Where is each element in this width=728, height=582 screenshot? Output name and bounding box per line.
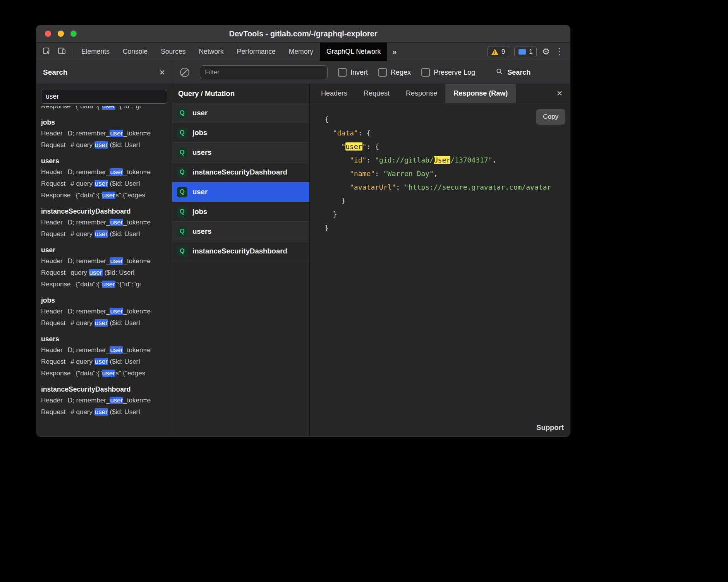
close-response-icon[interactable]: ✕ — [549, 84, 570, 103]
query-list-item[interactable]: QinstanceSecurityDashboard — [172, 241, 309, 261]
support-link[interactable]: Support — [536, 423, 564, 432]
zoom-window-button[interactable] — [70, 31, 77, 37]
search-result-line-label: Request — [41, 358, 65, 365]
search-result-line[interactable]: Response{"data":{"users":{"edges — [41, 190, 172, 201]
query-list-item[interactable]: Qusers — [172, 143, 309, 163]
query-list-item[interactable]: Qjobs — [172, 202, 309, 222]
search-result-line[interactable]: Response{"data":{"user":{"id":"gi — [41, 106, 172, 112]
search-result-text: _token=e — [123, 168, 150, 176]
checkbox-box-icon — [378, 68, 387, 77]
json-line: } — [325, 207, 570, 221]
search-box-wrap — [36, 84, 172, 106]
query-list-item[interactable]: Quser — [172, 103, 309, 123]
search-result-section: jobsHeaderD; remember_user_token=eReques… — [41, 115, 172, 151]
search-result-group-title: users — [41, 154, 172, 166]
devtools-tab-memory[interactable]: Memory — [282, 43, 320, 61]
devtools-tab-performance[interactable]: Performance — [230, 43, 282, 61]
device-toolbar-icon[interactable] — [57, 46, 66, 57]
query-list-item[interactable]: Quser — [172, 182, 309, 202]
devtools-tab-network[interactable]: Network — [192, 43, 230, 61]
kebab-menu-icon[interactable]: ⋮ — [555, 47, 564, 56]
warnings-badge[interactable]: 9 — [487, 46, 509, 57]
devtools-tab-elements[interactable]: Elements — [75, 43, 116, 61]
search-result-line-label: Request — [41, 230, 65, 238]
devtools-tab-console[interactable]: Console — [116, 43, 154, 61]
close-window-button[interactable] — [45, 31, 51, 37]
search-result-line[interactable]: Request# query user ($id: UserI — [41, 356, 172, 368]
search-result-line[interactable]: Request# query user ($id: UserI — [41, 178, 172, 190]
search-icon — [496, 68, 503, 77]
devtools-tab-sources[interactable]: Sources — [154, 43, 192, 61]
query-list-item[interactable]: QinstanceSecurityDashboard — [172, 163, 309, 182]
search-result-line-label: Request — [41, 408, 65, 416]
search-result-line[interactable]: HeaderD; remember_user_token=e — [41, 395, 172, 406]
more-tabs-button[interactable]: » — [387, 43, 402, 61]
search-result-group-title: user — [41, 243, 172, 255]
search-result-line[interactable]: Requestquery user ($id: UserI — [41, 267, 172, 279]
regex-label: Regex — [391, 68, 411, 77]
filter-input[interactable] — [200, 65, 328, 79]
search-result-line[interactable]: HeaderD; remember_user_token=e — [41, 306, 172, 317]
response-tab-headers[interactable]: Headers — [313, 84, 355, 103]
search-result-line-label: Header — [41, 130, 63, 137]
invert-checkbox[interactable]: Invert — [338, 68, 368, 77]
clear-requests-icon[interactable] — [180, 68, 189, 77]
search-result-text: ($id: UserI — [108, 230, 140, 238]
search-result-line[interactable]: Response{"data":{"user":{"id":"gi — [41, 279, 172, 290]
response-tab-response[interactable]: Response — [398, 84, 445, 103]
json-token: "data" — [333, 129, 358, 137]
search-result-text: D; remember_ — [68, 346, 110, 354]
search-result-line[interactable]: HeaderD; remember_user_token=e — [41, 255, 172, 267]
search-result-line[interactable]: HeaderD; remember_user_token=e — [41, 166, 172, 178]
regex-checkbox[interactable]: Regex — [378, 68, 411, 77]
search-result-line[interactable]: HeaderD; remember_user_token=e — [41, 128, 172, 139]
screen: DevTools - gitlab.com/-/graphql-explorer — [0, 0, 728, 582]
search-result-text: ($id: UserI — [108, 408, 140, 416]
copy-button[interactable]: Copy — [536, 109, 565, 125]
query-badge-icon: Q — [177, 207, 187, 217]
search-result-line[interactable]: HeaderD; remember_user_token=e — [41, 217, 172, 228]
search-result-section: usersHeaderD; remember_user_token=eReque… — [41, 332, 172, 379]
query-list-item[interactable]: Qusers — [172, 222, 309, 241]
query-item-label: instanceSecurityDashboard — [192, 247, 287, 255]
search-result-text: {"data":{" — [76, 370, 102, 377]
response-tabs: HeadersRequestResponseResponse (Raw) — [313, 84, 516, 103]
search-result-text: ($id: UserI — [108, 319, 140, 327]
query-list-item[interactable]: Qjobs — [172, 123, 309, 143]
search-match-highlight: user — [102, 281, 115, 288]
search-match-highlight: user — [94, 180, 108, 187]
minimize-window-button[interactable] — [58, 31, 64, 37]
settings-gear-icon[interactable]: ⚙ — [542, 47, 550, 56]
messages-badge[interactable]: 1 — [514, 46, 537, 57]
message-count: 1 — [529, 48, 532, 55]
response-raw-view: Copy {"data": {"user": {"id": "gid://git… — [310, 103, 570, 436]
json-token: " — [341, 142, 345, 151]
search-result-text: ":{"id":"gi — [115, 106, 141, 110]
search-results: Response{"data":{"user":{"id":"gijobsHea… — [36, 106, 172, 436]
search-match-highlight: user — [94, 408, 108, 416]
search-result-line[interactable]: Response{"data":{"users":{"edges — [41, 368, 172, 379]
json-match-highlight: User — [434, 156, 450, 164]
search-result-line[interactable]: HeaderD; remember_user_token=e — [41, 344, 172, 356]
devtools-tab-graphql-network[interactable]: GraphQL Network — [320, 43, 387, 61]
response-tab-request[interactable]: Request — [355, 84, 398, 103]
search-result-line[interactable]: Request# query user ($id: UserI — [41, 317, 172, 329]
preserve-log-checkbox[interactable]: Preserve Log — [421, 68, 475, 77]
warning-icon — [491, 49, 498, 55]
search-match-highlight: user — [94, 358, 108, 365]
json-token: : — [358, 129, 367, 137]
search-result-text: # query — [70, 180, 94, 187]
inspect-element-icon[interactable] — [42, 46, 51, 57]
close-search-icon[interactable]: ✕ — [159, 68, 165, 77]
search-input[interactable] — [41, 89, 167, 104]
search-result-line[interactable]: Request# query user ($id: UserI — [41, 406, 172, 418]
search-result-line[interactable]: Request# query user ($id: UserI — [41, 228, 172, 240]
json-line: } — [325, 194, 570, 207]
search-result-line-label: Header — [41, 219, 63, 226]
search-toggle-button[interactable]: Search — [496, 68, 531, 77]
search-result-line[interactable]: Request# query user ($id: UserI — [41, 139, 172, 151]
response-tab-response-raw[interactable]: Response (Raw) — [445, 84, 516, 103]
query-item-label: users — [192, 227, 211, 236]
response-panel: HeadersRequestResponseResponse (Raw) ✕ C… — [310, 84, 570, 436]
json-line: "id": "gid://gitlab/User/13704317", — [325, 153, 570, 167]
